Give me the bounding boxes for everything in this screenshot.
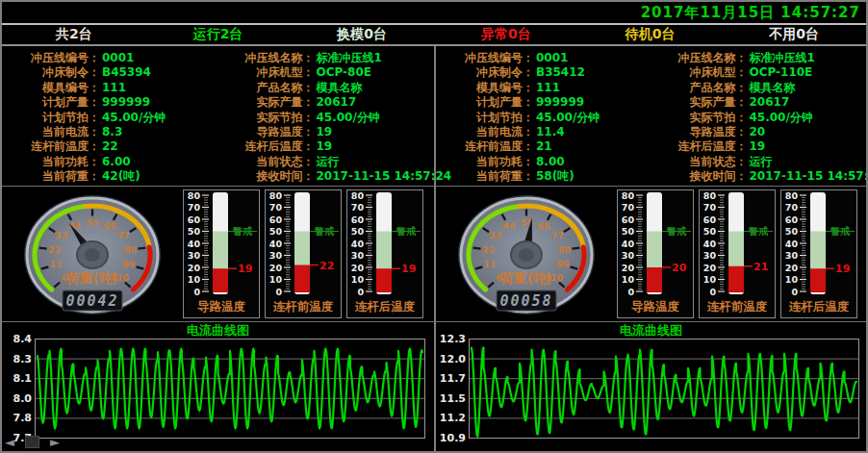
press-line-panel-2: 冲压线编号：0001冲床制令：B35412模具编号：111计划产量：999999… [434,46,866,451]
scroll-right-icon[interactable]: ► [50,436,60,448]
svg-text:50: 50 [703,226,717,237]
chart-plot-row: 12.312.011.711.511.210.9 [436,339,866,440]
svg-text:30: 30 [703,250,717,261]
svg-text:77: 77 [117,230,130,240]
thermo-value: 22 [319,260,334,272]
info-row: 模具编号：111 [438,81,651,95]
svg-text:33: 33 [489,230,501,240]
chart-section: 电流曲线图12.312.011.711.511.210.9 [436,322,866,450]
info-label: 冲压线编号： [438,51,534,65]
press-line-panel-1: 冲压线编号：0001冲床制令：B45394模具编号：111计划产量：999999… [2,46,434,451]
info-label: 接收时间： [651,169,748,184]
ytick-label: 11.2 [440,413,466,424]
info-row: 实际产量：20617 [651,95,865,110]
svg-text:80: 80 [622,190,635,201]
info-value: OCP-110E [748,65,813,80]
info-label: 冲床机型： [651,65,748,80]
info-value: 运行 [748,155,773,169]
svg-text:33: 33 [55,230,67,240]
chart-section: 电流曲线图8.48.38.18.07.87.7 [2,322,434,450]
svg-text:11: 11 [49,259,62,269]
info-row: 当前电流：8.3 [4,125,218,139]
info-label: 实际产量： [218,95,315,110]
hmi-dashboard: 2017年11月15日 14:57:27 共2台运行2台换模0台异常0台待机0台… [0,0,868,453]
thermometer: 01020304050607080警戒19导路温度 [183,189,260,318]
info-row: 产品名称：模具名称 [651,81,865,95]
info-value: 20617 [748,95,790,110]
ytick-label: 8.3 [13,354,33,365]
info-row: 当前状态：运行 [218,155,433,169]
ytick-label: 12.0 [440,354,466,365]
svg-text:20: 20 [269,263,283,273]
svg-text:11: 11 [483,259,496,269]
info-row: 当前功耗：6.00 [4,155,218,169]
info-value: 11.4 [534,125,565,139]
info-label: 模具编号： [4,81,100,95]
gauge-title: 荷重(吨) [500,270,552,286]
info-label: 连杆前温度： [4,139,100,154]
info-row: 计划节拍：45.00/分钟 [4,111,218,125]
thermometer: 01020304050607080警戒21连杆前温度 [699,189,776,318]
info-row: 计划产量：999999 [4,95,218,110]
ytick-label: 10.9 [440,433,466,444]
info-label: 冲床制令： [438,65,534,80]
status-item-4: 待机0台 [578,26,723,43]
svg-text:10: 10 [188,274,201,285]
svg-text:40: 40 [351,239,365,249]
info-value: B45394 [100,65,151,80]
svg-text:80: 80 [703,190,717,201]
chart-ylabels: 12.312.011.711.511.210.9 [438,339,469,440]
gauge-odometer: 00042 [65,292,118,310]
info-row: 导路温度：20 [651,125,865,139]
info-label: 接收时间： [218,169,315,184]
svg-text:10: 10 [269,274,283,285]
status-item-3: 异常0台 [434,26,578,43]
svg-text:10: 10 [785,274,799,285]
svg-text:22: 22 [482,244,495,255]
info-row: 实际产量：20617 [218,95,433,110]
info-row: 冲床制令：B35412 [438,65,651,80]
svg-text:20: 20 [622,263,635,273]
svg-text:0: 0 [357,287,364,297]
ytick-label: 8.0 [13,393,33,405]
scroll-handle-icon[interactable] [25,436,39,448]
info-label: 实际产量： [651,95,748,110]
info-row: 实际节拍：45.00/分钟 [651,111,865,125]
thermometer-scale: 01020304050607080警戒19 [347,190,422,298]
svg-text:60: 60 [622,214,635,225]
info-row: 实际节拍：45.00/分钟 [218,111,433,125]
info-label: 产品名称： [651,81,748,95]
svg-text:66: 66 [104,220,117,231]
machine-info: 冲压线编号：0001冲床制令：B35412模具编号：111计划产量：999999… [436,46,866,187]
thermo-value: 19 [835,263,850,275]
svg-text:80: 80 [269,190,283,201]
svg-text:0: 0 [709,287,716,297]
thermo-label: 连杆前温度 [273,298,334,315]
load-gauge: 0112233445566778899110荷重(吨)00058 [438,188,615,320]
svg-text:10: 10 [351,274,365,285]
info-value: 19 [748,139,766,154]
info-value: 58(吨) [534,169,574,184]
info-row: 连杆前温度：22 [4,139,218,154]
thermo-label: 连杆前温度 [707,298,768,315]
svg-text:70: 70 [188,202,201,213]
info-label: 当前荷重： [4,169,100,184]
chart-ylabels: 8.48.38.18.07.87.7 [4,339,35,440]
current-curve-chart [35,339,425,440]
warn-label: 警戒 [232,226,253,237]
scroll-left-icon[interactable]: ◄ [5,436,14,448]
gauge-odometer: 00058 [499,292,552,310]
svg-text:70: 70 [785,202,799,213]
info-label: 当前荷重： [438,169,534,184]
thermometer-scale: 01020304050607080警戒19 [781,190,856,298]
info-value: 模具名称 [315,81,363,95]
thermometer: 01020304050607080警戒19连杆后温度 [346,189,423,318]
info-label: 计划产量： [4,95,100,110]
svg-text:20: 20 [351,263,365,273]
svg-text:88: 88 [558,244,572,255]
info-label: 实际节拍： [218,111,315,125]
info-value: 20 [748,125,766,139]
svg-text:0: 0 [627,287,634,297]
status-bar: 共2台运行2台换模0台异常0台待机0台不用0台 [2,25,866,46]
info-value: 45.00/分钟 [748,111,813,125]
